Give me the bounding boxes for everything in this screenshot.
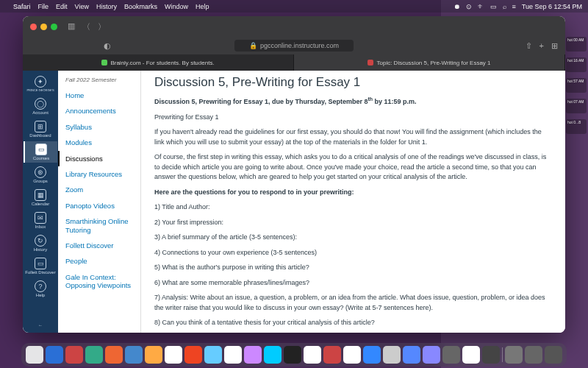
dock-app-17[interactable] [363, 346, 381, 364]
menu-view[interactable]: View [75, 3, 89, 10]
coursenav-gale[interactable]: Gale In Context: Opposing Viewpoints [65, 269, 133, 294]
dock-app-14[interactable] [304, 346, 321, 364]
dock-app-6[interactable] [145, 346, 162, 364]
nav-calendar[interactable]: ▦Calendar [24, 187, 57, 208]
nav-help[interactable]: ?Help [24, 278, 57, 300]
questions-prompt: Here are the questions for you to respon… [154, 188, 552, 198]
dock-app-22[interactable] [462, 346, 480, 364]
url: pgcconline.instructure.com [260, 42, 339, 49]
brand-icon: ✦ [35, 76, 46, 88]
address-bar[interactable]: 🔒 pgcconline.instructure.com [234, 40, 354, 52]
app-name[interactable]: Safari [13, 3, 31, 10]
coursenav-discussions[interactable]: Discussions [58, 151, 133, 166]
menu-history[interactable]: History [96, 3, 117, 10]
screenshot-thumb[interactable]: hot 57 AM [566, 78, 587, 93]
screenshot-thumb[interactable]: hot 16 AM [566, 57, 587, 72]
menu-window[interactable]: Window [165, 3, 188, 10]
rec-icon[interactable]: ⏺ [453, 3, 460, 10]
dock-app-23[interactable] [482, 346, 500, 364]
dock-app-25[interactable] [525, 346, 542, 364]
control-icon[interactable]: ⊙ [466, 3, 472, 10]
nav-history[interactable]: ↻History [24, 233, 57, 254]
minimize-button[interactable] [40, 24, 47, 30]
nav-courses[interactable]: ▭Courses [24, 141, 57, 163]
clock[interactable]: Tue Sep 6 12:54 PM [522, 3, 582, 10]
inbox-icon: ✉ [35, 212, 46, 224]
dock-app-9[interactable] [204, 346, 222, 364]
dock-app-12[interactable] [264, 346, 282, 364]
dock-app-21[interactable] [442, 346, 460, 364]
dock-app-3[interactable] [85, 346, 103, 364]
screenshot-thumb[interactable]: hot 00 AM [566, 37, 587, 52]
tab-brainly[interactable]: Brainly.com - For students. By students. [23, 54, 294, 71]
shield-icon[interactable]: ◐ [104, 41, 111, 51]
coursenav-follett[interactable]: Follett Discover [65, 238, 133, 253]
dashboard-icon: ⊞ [35, 121, 46, 132]
coursenav-home[interactable]: Home [65, 88, 133, 103]
sidebar-toggle-icon[interactable]: ▥ [68, 21, 75, 32]
macos-menubar: Safari File Edit View History Bookmarks … [0, 0, 588, 13]
dock-app-20[interactable] [423, 346, 440, 364]
question-3: 3) A brief summary of the article (3-5 s… [154, 233, 552, 243]
dock-app-10[interactable] [224, 346, 242, 364]
coursenav-library[interactable]: Library Resources [65, 166, 133, 182]
course-nav: Fall 2022 Semester Home Announcements Sy… [58, 71, 141, 333]
dock-app-0[interactable] [26, 346, 43, 364]
dock-app-5[interactable] [125, 346, 143, 364]
wifi-icon[interactable]: ᯤ [478, 3, 484, 10]
new-tab-icon[interactable]: + [539, 41, 544, 51]
tab-bar: Brainly.com - For students. By students.… [23, 54, 565, 71]
coursenav-zoom[interactable]: Zoom [65, 182, 133, 197]
battery-icon[interactable]: ▭ [490, 3, 497, 10]
screenshot-thumb[interactable]: hot 0...8 [566, 119, 587, 134]
dock-app-4[interactable] [105, 346, 123, 364]
dock-app-16[interactable] [343, 346, 361, 364]
screenshot-thumb[interactable]: hot 07 AM [566, 99, 587, 113]
nav-account[interactable]: ◯Account [24, 96, 57, 117]
nav-inbox[interactable]: ✉Inbox [24, 210, 57, 231]
menu-edit[interactable]: Edit [56, 3, 68, 10]
dock-app-19[interactable] [403, 346, 420, 364]
coursenav-panopto[interactable]: Panopto Videos [65, 198, 133, 213]
forward-button[interactable]: 〉 [98, 21, 106, 32]
coursenav-announcements[interactable]: Announcements [65, 103, 133, 118]
question-5: 5) What is the author's purpose in writi… [154, 263, 552, 273]
nav-collapse[interactable]: ← [24, 321, 57, 330]
question-8: 8) Can you think of a tentative thesis f… [154, 318, 552, 328]
page-content: ✦PRINCE GEORGE'S ◯Account ⊞Dashboard ▭Co… [23, 71, 565, 333]
close-button[interactable] [30, 24, 37, 30]
dock-app-15[interactable] [323, 346, 341, 364]
share-icon[interactable]: ⇧ [526, 41, 532, 51]
safari-window: ▥ 〈 〉 ◐ 🔒 pgcconline.instructure.com ⇧ +… [23, 16, 565, 333]
question-6: 6) What are some memorable phrases/lines… [154, 278, 552, 289]
menu-help[interactable]: Help [196, 3, 209, 10]
dock-app-11[interactable] [244, 346, 262, 364]
maximize-button[interactable] [51, 24, 57, 30]
search-icon[interactable]: ⌕ [503, 3, 506, 10]
dock-app-18[interactable] [383, 346, 401, 364]
favicon [368, 60, 373, 66]
dock-app-1[interactable] [46, 346, 63, 364]
dock-app-8[interactable] [184, 346, 202, 364]
tabs-icon[interactable]: ⊞ [551, 41, 558, 51]
coursenav-people[interactable]: People [65, 253, 133, 269]
coursenav-syllabus[interactable]: Syllabus [65, 119, 133, 135]
dock-app-24[interactable] [505, 346, 523, 364]
tab-canvas[interactable]: Topic: Discussion 5, Pre-Writing for Ess… [294, 54, 565, 71]
favicon [101, 60, 107, 66]
dock-app-2[interactable] [65, 346, 83, 364]
nav-brand[interactable]: ✦PRINCE GEORGE'S [24, 74, 57, 94]
coursenav-modules[interactable]: Modules [65, 135, 133, 150]
menu-bookmarks[interactable]: Bookmarks [124, 3, 157, 10]
back-button[interactable]: 〈 [82, 21, 90, 32]
dock-app-13[interactable] [284, 346, 301, 364]
nav-groups[interactable]: ⊛Groups [24, 164, 57, 185]
nav-follett[interactable]: ▭Follett Discover [24, 255, 57, 277]
coursenav-smarthinking[interactable]: Smarthinking Online Tutoring [65, 213, 133, 238]
control-center-icon[interactable]: ≡ [512, 3, 516, 10]
canvas-global-nav: ✦PRINCE GEORGE'S ◯Account ⊞Dashboard ▭Co… [23, 71, 58, 333]
dock-app-7[interactable] [165, 346, 182, 364]
dock-app-26[interactable] [545, 346, 562, 364]
nav-dashboard[interactable]: ⊞Dashboard [24, 118, 57, 140]
menu-file[interactable]: File [38, 3, 49, 10]
